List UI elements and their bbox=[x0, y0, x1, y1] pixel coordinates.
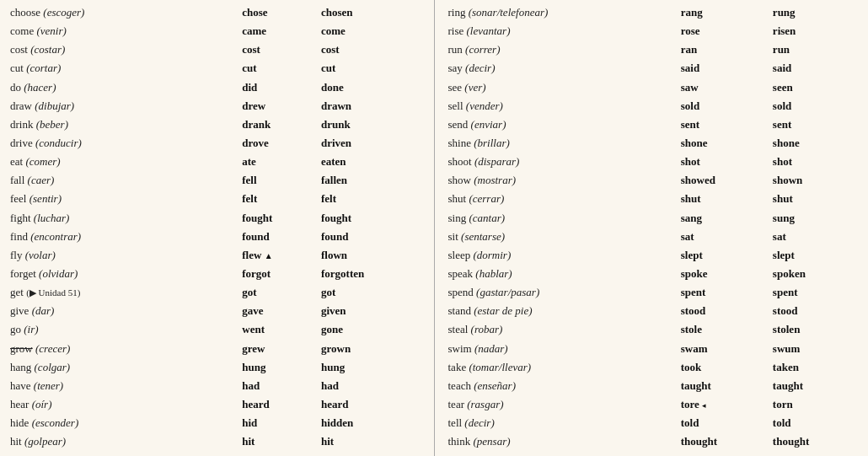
base-form-cell: stand (estar de pie) bbox=[445, 302, 678, 320]
table-row: drink (beber)drankdrunk bbox=[7, 115, 424, 134]
past-simple-cell: thought bbox=[678, 432, 769, 451]
base-form-cell: choose (escoger) bbox=[7, 3, 238, 22]
table-row: fall (caer)fellfallen bbox=[7, 171, 424, 190]
past-participle-cell: shut bbox=[769, 190, 861, 208]
base-form-cell: drive (conducir) bbox=[7, 134, 238, 153]
table-row: give (dar)gavegiven bbox=[7, 302, 424, 320]
table-row: show (mostrar)showedshown bbox=[445, 171, 862, 190]
base-form-cell: feel (sentir) bbox=[7, 190, 238, 208]
past-simple-cell: cost bbox=[238, 40, 318, 59]
past-simple-cell: slept bbox=[678, 246, 769, 265]
table-row: eat (comer)ateeaten bbox=[7, 153, 424, 171]
past-participle-cell: swum bbox=[769, 340, 861, 358]
past-simple-cell: taught bbox=[678, 377, 769, 395]
table-row: spend (gastar/pasar)spentspent bbox=[445, 283, 862, 302]
table-row: come (venir)camecome bbox=[7, 22, 424, 40]
past-simple-cell: shot bbox=[678, 153, 769, 171]
past-participle-cell: drunk bbox=[318, 115, 424, 134]
base-form-cell: spend (gastar/pasar) bbox=[445, 283, 678, 302]
past-participle-cell: had bbox=[318, 377, 424, 395]
past-participle-cell: felt bbox=[318, 190, 424, 208]
table-row: get (▶ Unidad 51)gotgot bbox=[7, 283, 424, 302]
table-row: think (pensar)thoughtthought bbox=[445, 432, 862, 451]
base-form-cell: swim (nadar) bbox=[445, 340, 678, 358]
past-participle-cell: given bbox=[318, 302, 424, 320]
base-form-cell: think (pensar) bbox=[445, 432, 678, 451]
base-form-cell: send (enviar) bbox=[445, 115, 678, 134]
past-participle-cell: done bbox=[318, 78, 424, 97]
past-participle-cell: run bbox=[769, 40, 861, 59]
base-form-cell: say (decir) bbox=[445, 59, 678, 78]
past-simple-cell: fought bbox=[238, 209, 318, 228]
base-form-cell: grow (crecer) bbox=[7, 340, 238, 358]
past-simple-cell: tore ◂ bbox=[678, 395, 769, 414]
past-simple-cell: felt bbox=[238, 190, 318, 208]
left-column: choose (escoger)chosechosencome (venir)c… bbox=[0, 0, 431, 456]
table-row: do (hacer)diddone bbox=[7, 78, 424, 97]
base-form-cell: rise (levantar) bbox=[445, 22, 678, 40]
table-row: forget (olvidar)forgotforgotten bbox=[7, 265, 424, 283]
past-simple-cell: sold bbox=[678, 97, 769, 115]
past-simple-cell: shut bbox=[678, 190, 769, 208]
past-participle-cell: driven bbox=[318, 134, 424, 153]
past-participle-cell: torn bbox=[769, 395, 861, 414]
base-form-cell: see (ver) bbox=[445, 78, 678, 97]
table-row: sit (sentarse)satsat bbox=[445, 228, 862, 246]
table-row: grow (crecer)grewgrown bbox=[7, 340, 424, 358]
base-form-cell: hang (colgar) bbox=[7, 358, 238, 377]
past-participle-cell: shown bbox=[769, 171, 861, 190]
base-form-cell: tell (decir) bbox=[445, 414, 678, 432]
base-form-cell: sing (cantar) bbox=[445, 209, 678, 228]
table-row: shoot (disparar)shotshot bbox=[445, 153, 862, 171]
past-participle-cell: drawn bbox=[318, 97, 424, 115]
past-simple-cell: showed bbox=[678, 171, 769, 190]
past-simple-cell: sent bbox=[678, 115, 769, 134]
past-participle-cell: eaten bbox=[318, 153, 424, 171]
table-row: draw (dibujar)drewdrawn bbox=[7, 97, 424, 115]
base-form-cell: sleep (dormir) bbox=[445, 246, 678, 265]
table-row: hear (oír)heardheard bbox=[7, 395, 424, 414]
base-form-cell: hide (esconder) bbox=[7, 414, 238, 432]
table-row: steal (robar)stolestolen bbox=[445, 320, 862, 339]
table-row: hold (sujetar)heldheld bbox=[7, 451, 424, 456]
base-form-cell: sit (sentarse) bbox=[445, 228, 678, 246]
base-form-cell: give (dar) bbox=[7, 302, 238, 320]
table-row: fly (volar)flew ▲flown bbox=[7, 246, 424, 265]
past-simple-cell: had bbox=[238, 377, 318, 395]
base-form-cell: speak (hablar) bbox=[445, 265, 678, 283]
table-row: hide (esconder)hidhidden bbox=[7, 414, 424, 432]
past-participle-cell: risen bbox=[769, 22, 861, 40]
table-row: sing (cantar)sangsung bbox=[445, 209, 862, 228]
past-participle-cell: thrown bbox=[769, 451, 861, 456]
base-form-cell: shut (cerrar) bbox=[445, 190, 678, 208]
past-participle-cell: come bbox=[318, 22, 424, 40]
base-form-cell: teach (enseñar) bbox=[445, 377, 678, 395]
past-simple-cell: hit bbox=[238, 432, 318, 451]
base-form-cell: do (hacer) bbox=[7, 78, 238, 97]
past-participle-cell: hung bbox=[318, 358, 424, 377]
past-participle-cell: cost bbox=[318, 40, 424, 59]
past-simple-cell: ate bbox=[238, 153, 318, 171]
base-form-cell: find (encontrar) bbox=[7, 228, 238, 246]
base-form-cell: cost (costar) bbox=[7, 40, 238, 59]
table-row: feel (sentir)feltfelt bbox=[7, 190, 424, 208]
past-participle-cell: said bbox=[769, 59, 861, 78]
table-row: hit (golpear)hithit bbox=[7, 432, 424, 451]
table-row: throw (tirar)threwthrown bbox=[445, 451, 862, 456]
table-row: stand (estar de pie)stoodstood bbox=[445, 302, 862, 320]
table-row: run (correr)ranrun bbox=[445, 40, 862, 59]
base-form-cell: run (correr) bbox=[445, 40, 678, 59]
base-form-cell: go (ir) bbox=[7, 320, 238, 339]
table-row: cut (cortar)cutcut bbox=[7, 59, 424, 78]
past-simple-cell: cut bbox=[238, 59, 318, 78]
base-form-cell: take (tomar/llevar) bbox=[445, 358, 678, 377]
right-table: ring (sonar/telefonear)rangrungrise (lev… bbox=[445, 3, 862, 456]
base-form-cell: draw (dibujar) bbox=[7, 97, 238, 115]
base-form-cell: cut (cortar) bbox=[7, 59, 238, 78]
table-row: shine (brillar)shoneshone bbox=[445, 134, 862, 153]
past-simple-cell: threw bbox=[678, 451, 769, 456]
base-form-cell: hear (oír) bbox=[7, 395, 238, 414]
past-participle-cell: flown bbox=[318, 246, 424, 265]
table-row: say (decir)saidsaid bbox=[445, 59, 862, 78]
base-form-cell: shine (brillar) bbox=[445, 134, 678, 153]
